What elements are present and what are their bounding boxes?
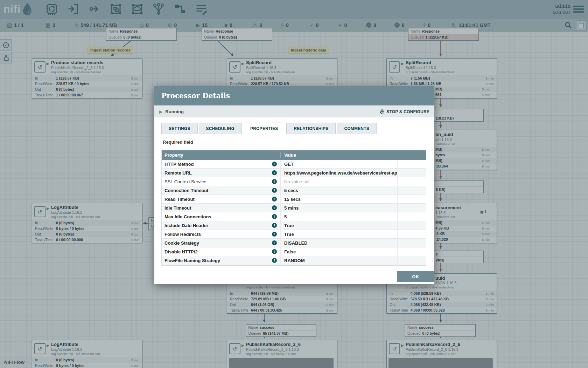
help-icon[interactable]: ? [272,240,277,245]
property-value: 15 secs [284,197,301,202]
ok-button[interactable]: OK [397,271,434,282]
property-name: HTTP Method [164,162,194,167]
property-value: DISABLED [284,240,307,246]
property-name: Remote URL [164,170,192,176]
property-name: Cookie Strategy [164,240,199,246]
property-value: RANDOM [284,258,305,263]
property-name: Connection Timeout [164,188,208,193]
nifi-app: nifi admin LOG OUT ▧1 / 1▦2≣549 / 141.71… [0,0,588,368]
property-row: Remote URL ? https://www.pegelonline.wsv… [162,169,426,177]
property-value: https://www.pegelonline.wsv.de/webservic… [284,170,397,176]
properties-table-header: Property Value [162,150,426,160]
property-column-header: Property [162,152,281,158]
tab-scheduling[interactable]: SCHEDULING [199,123,242,134]
help-icon[interactable]: ? [272,249,277,254]
property-row: Connection Timeout ? 5 secs [162,186,426,195]
property-row: Idle Timeout ? 5 mins [162,204,426,212]
help-icon[interactable]: ? [272,170,277,175]
help-icon[interactable]: ? [272,214,277,219]
help-icon[interactable]: ? [272,232,277,237]
properties-table: Property Value HTTP Method ? GET Remote … [161,150,426,266]
property-name: Follow Redirects [164,232,201,237]
property-value: 5 secs [284,188,298,193]
running-icon: ▶ [159,109,162,114]
help-icon[interactable]: ? [272,258,277,263]
property-row: Read Timeout ? 15 secs [162,195,426,204]
property-value: True [284,232,294,237]
processor-details-dialog: Processor Details ▶ Running STOP & CONFI… [154,86,434,284]
dialog-header: Processor Details [154,86,434,105]
value-column-header: Value [281,152,398,158]
tab-relationships[interactable]: RELATIONSHIPS [286,123,336,134]
property-value: 5 [284,214,287,219]
tab-comments[interactable]: COMMENTS [337,123,377,134]
property-value: True [284,223,294,228]
help-icon[interactable]: ? [272,223,277,228]
property-row: Disable HTTP/2 ? False [162,247,426,256]
property-row: SSL Context Service ? No value set [162,177,426,186]
help-icon[interactable]: ? [272,188,277,193]
tab-properties[interactable]: PROPERTIES [243,123,285,134]
property-name: FlowFile Naming Strategy [164,258,220,263]
property-value: No value set [284,179,309,184]
property-row: Cookie Strategy ? DISABLED [162,239,426,247]
property-value: False [284,249,296,254]
required-field-note: Required field [163,139,193,145]
help-icon[interactable]: ? [272,205,277,210]
tab-settings[interactable]: SETTINGS [161,123,198,134]
dialog-status-bar: ▶ Running STOP & CONFIGURE [154,106,434,117]
property-row: Include Date Header ? True [162,221,426,230]
help-icon[interactable]: ? [272,197,277,202]
property-row: Follow Redirects ? True [162,230,426,239]
property-row: Attributes to Send ? No value set [162,265,426,266]
property-name: Read Timeout [164,197,195,202]
property-row: HTTP Method ? GET [162,160,426,169]
dialog-tabs: SETTINGSSCHEDULINGPROPERTIESRELATIONSHIP… [161,123,377,134]
property-row: Max Idle Connections ? 5 [162,212,426,221]
run-state-label: Running [165,109,184,114]
help-icon[interactable]: ? [272,162,277,166]
stop-and-configure-button[interactable]: STOP & CONFIGURE [379,109,429,114]
properties-table-body: HTTP Method ? GET Remote URL ? https://w… [162,160,426,266]
help-icon[interactable]: ? [272,179,277,184]
property-name: Max Idle Connections [164,214,211,219]
property-name: Disable HTTP/2 [164,249,198,254]
property-name: Include Date Header [164,223,208,228]
property-name: SSL Context Service [164,179,206,184]
property-row: FlowFile Naming Strategy ? RANDOM [162,256,426,265]
gear-icon [379,109,385,114]
property-value: GET [284,162,294,167]
property-name: Idle Timeout [164,205,191,211]
property-value: 5 mins [284,205,299,211]
dialog-title: Processor Details [161,91,230,100]
